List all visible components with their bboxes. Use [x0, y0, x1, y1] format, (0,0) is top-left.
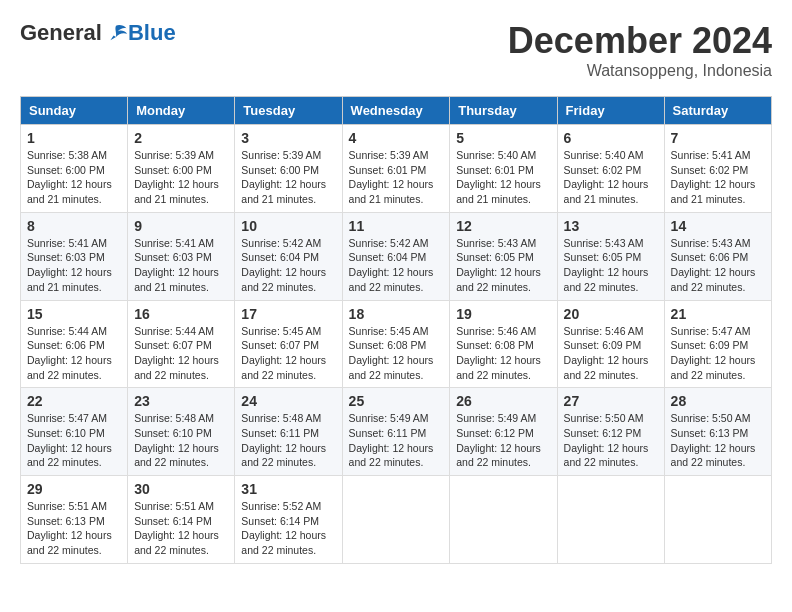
day-number: 8 [27, 218, 121, 234]
day-number: 21 [671, 306, 765, 322]
day-number: 16 [134, 306, 228, 322]
calendar-cell: 4 Sunrise: 5:39 AMSunset: 6:01 PMDayligh… [342, 125, 450, 213]
day-number: 25 [349, 393, 444, 409]
calendar-week-row: 15 Sunrise: 5:44 AMSunset: 6:06 PMDaylig… [21, 300, 772, 388]
calendar-cell: 18 Sunrise: 5:45 AMSunset: 6:08 PMDaylig… [342, 300, 450, 388]
calendar-cell: 7 Sunrise: 5:41 AMSunset: 6:02 PMDayligh… [664, 125, 771, 213]
day-number: 6 [564, 130, 658, 146]
column-header-saturday: Saturday [664, 97, 771, 125]
logo-text: General Blue [20, 20, 176, 46]
day-info: Sunrise: 5:39 AMSunset: 6:01 PMDaylight:… [349, 149, 434, 205]
day-number: 2 [134, 130, 228, 146]
day-info: Sunrise: 5:50 AMSunset: 6:13 PMDaylight:… [671, 412, 756, 468]
day-info: Sunrise: 5:49 AMSunset: 6:12 PMDaylight:… [456, 412, 541, 468]
calendar-cell: 31 Sunrise: 5:52 AMSunset: 6:14 PMDaylig… [235, 476, 342, 564]
calendar-cell: 10 Sunrise: 5:42 AMSunset: 6:04 PMDaylig… [235, 212, 342, 300]
calendar-cell [557, 476, 664, 564]
day-info: Sunrise: 5:41 AMSunset: 6:03 PMDaylight:… [27, 237, 112, 293]
day-number: 9 [134, 218, 228, 234]
calendar-cell: 28 Sunrise: 5:50 AMSunset: 6:13 PMDaylig… [664, 388, 771, 476]
day-number: 20 [564, 306, 658, 322]
calendar-cell [342, 476, 450, 564]
day-info: Sunrise: 5:47 AMSunset: 6:10 PMDaylight:… [27, 412, 112, 468]
day-info: Sunrise: 5:52 AMSunset: 6:14 PMDaylight:… [241, 500, 326, 556]
logo-bird-icon [104, 23, 128, 43]
day-number: 4 [349, 130, 444, 146]
day-number: 12 [456, 218, 550, 234]
calendar-cell: 11 Sunrise: 5:42 AMSunset: 6:04 PMDaylig… [342, 212, 450, 300]
day-number: 28 [671, 393, 765, 409]
day-number: 3 [241, 130, 335, 146]
day-info: Sunrise: 5:45 AMSunset: 6:07 PMDaylight:… [241, 325, 326, 381]
calendar-cell: 22 Sunrise: 5:47 AMSunset: 6:10 PMDaylig… [21, 388, 128, 476]
column-header-tuesday: Tuesday [235, 97, 342, 125]
day-info: Sunrise: 5:47 AMSunset: 6:09 PMDaylight:… [671, 325, 756, 381]
calendar-cell: 19 Sunrise: 5:46 AMSunset: 6:08 PMDaylig… [450, 300, 557, 388]
calendar-week-row: 29 Sunrise: 5:51 AMSunset: 6:13 PMDaylig… [21, 476, 772, 564]
title-area: December 2024 Watansoppeng, Indonesia [508, 20, 772, 80]
calendar-table: SundayMondayTuesdayWednesdayThursdayFrid… [20, 96, 772, 564]
day-number: 14 [671, 218, 765, 234]
day-info: Sunrise: 5:42 AMSunset: 6:04 PMDaylight:… [241, 237, 326, 293]
day-info: Sunrise: 5:44 AMSunset: 6:06 PMDaylight:… [27, 325, 112, 381]
day-info: Sunrise: 5:48 AMSunset: 6:10 PMDaylight:… [134, 412, 219, 468]
month-title: December 2024 [508, 20, 772, 62]
calendar-cell: 23 Sunrise: 5:48 AMSunset: 6:10 PMDaylig… [128, 388, 235, 476]
day-info: Sunrise: 5:50 AMSunset: 6:12 PMDaylight:… [564, 412, 649, 468]
day-number: 5 [456, 130, 550, 146]
column-header-thursday: Thursday [450, 97, 557, 125]
logo: General Blue [20, 20, 176, 46]
day-number: 19 [456, 306, 550, 322]
calendar-header-row: SundayMondayTuesdayWednesdayThursdayFrid… [21, 97, 772, 125]
day-info: Sunrise: 5:43 AMSunset: 6:05 PMDaylight:… [564, 237, 649, 293]
calendar-cell [664, 476, 771, 564]
day-number: 30 [134, 481, 228, 497]
calendar-cell: 15 Sunrise: 5:44 AMSunset: 6:06 PMDaylig… [21, 300, 128, 388]
day-info: Sunrise: 5:39 AMSunset: 6:00 PMDaylight:… [134, 149, 219, 205]
column-header-wednesday: Wednesday [342, 97, 450, 125]
day-info: Sunrise: 5:48 AMSunset: 6:11 PMDaylight:… [241, 412, 326, 468]
logo-blue: Blue [128, 20, 176, 46]
day-info: Sunrise: 5:46 AMSunset: 6:08 PMDaylight:… [456, 325, 541, 381]
day-info: Sunrise: 5:51 AMSunset: 6:13 PMDaylight:… [27, 500, 112, 556]
calendar-cell: 1 Sunrise: 5:38 AMSunset: 6:00 PMDayligh… [21, 125, 128, 213]
day-info: Sunrise: 5:43 AMSunset: 6:05 PMDaylight:… [456, 237, 541, 293]
day-number: 31 [241, 481, 335, 497]
day-number: 18 [349, 306, 444, 322]
day-info: Sunrise: 5:40 AMSunset: 6:01 PMDaylight:… [456, 149, 541, 205]
day-info: Sunrise: 5:42 AMSunset: 6:04 PMDaylight:… [349, 237, 434, 293]
day-info: Sunrise: 5:40 AMSunset: 6:02 PMDaylight:… [564, 149, 649, 205]
day-info: Sunrise: 5:38 AMSunset: 6:00 PMDaylight:… [27, 149, 112, 205]
calendar-cell: 20 Sunrise: 5:46 AMSunset: 6:09 PMDaylig… [557, 300, 664, 388]
day-info: Sunrise: 5:49 AMSunset: 6:11 PMDaylight:… [349, 412, 434, 468]
day-number: 27 [564, 393, 658, 409]
calendar-cell: 30 Sunrise: 5:51 AMSunset: 6:14 PMDaylig… [128, 476, 235, 564]
day-number: 29 [27, 481, 121, 497]
day-number: 13 [564, 218, 658, 234]
calendar-cell: 17 Sunrise: 5:45 AMSunset: 6:07 PMDaylig… [235, 300, 342, 388]
calendar-cell: 2 Sunrise: 5:39 AMSunset: 6:00 PMDayligh… [128, 125, 235, 213]
day-number: 26 [456, 393, 550, 409]
location: Watansoppeng, Indonesia [508, 62, 772, 80]
calendar-cell: 5 Sunrise: 5:40 AMSunset: 6:01 PMDayligh… [450, 125, 557, 213]
calendar-cell: 14 Sunrise: 5:43 AMSunset: 6:06 PMDaylig… [664, 212, 771, 300]
day-info: Sunrise: 5:41 AMSunset: 6:02 PMDaylight:… [671, 149, 756, 205]
day-number: 7 [671, 130, 765, 146]
day-number: 11 [349, 218, 444, 234]
day-info: Sunrise: 5:44 AMSunset: 6:07 PMDaylight:… [134, 325, 219, 381]
calendar-week-row: 8 Sunrise: 5:41 AMSunset: 6:03 PMDayligh… [21, 212, 772, 300]
day-info: Sunrise: 5:46 AMSunset: 6:09 PMDaylight:… [564, 325, 649, 381]
day-number: 10 [241, 218, 335, 234]
day-info: Sunrise: 5:51 AMSunset: 6:14 PMDaylight:… [134, 500, 219, 556]
column-header-sunday: Sunday [21, 97, 128, 125]
logo-general: General [20, 20, 102, 46]
calendar-cell: 29 Sunrise: 5:51 AMSunset: 6:13 PMDaylig… [21, 476, 128, 564]
calendar-cell: 6 Sunrise: 5:40 AMSunset: 6:02 PMDayligh… [557, 125, 664, 213]
calendar-cell: 24 Sunrise: 5:48 AMSunset: 6:11 PMDaylig… [235, 388, 342, 476]
calendar-cell: 25 Sunrise: 5:49 AMSunset: 6:11 PMDaylig… [342, 388, 450, 476]
day-info: Sunrise: 5:39 AMSunset: 6:00 PMDaylight:… [241, 149, 326, 205]
day-number: 15 [27, 306, 121, 322]
day-info: Sunrise: 5:43 AMSunset: 6:06 PMDaylight:… [671, 237, 756, 293]
calendar-cell: 21 Sunrise: 5:47 AMSunset: 6:09 PMDaylig… [664, 300, 771, 388]
column-header-monday: Monday [128, 97, 235, 125]
